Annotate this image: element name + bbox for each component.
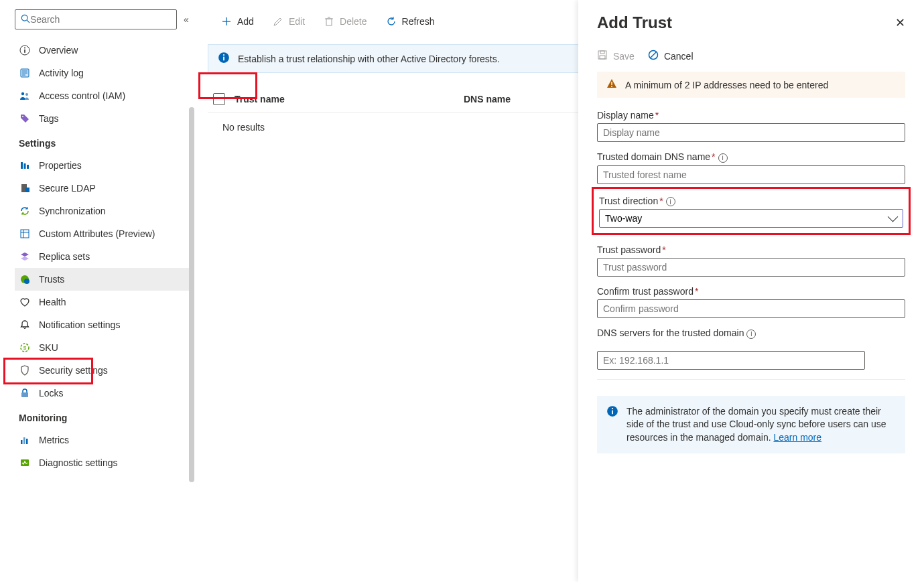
sidebar-item-label: Overview bbox=[39, 45, 78, 56]
sidebar-item-diagnostic-settings[interactable]: Diagnostic settings bbox=[15, 451, 189, 474]
panel-title: Add Trust bbox=[597, 13, 672, 32]
sidebar-item-notification-settings[interactable]: Notification settings bbox=[15, 313, 189, 336]
sidebar-item-tags[interactable]: Tags bbox=[15, 107, 189, 130]
sidebar-item-label: Locks bbox=[39, 388, 64, 398]
trust-direction-select[interactable]: Two-way bbox=[599, 209, 903, 228]
svg-rect-12 bbox=[21, 162, 23, 169]
edit-button: Edit bbox=[265, 12, 313, 31]
display-name-input[interactable] bbox=[597, 123, 905, 142]
svg-rect-42 bbox=[611, 82, 612, 85]
sidebar-item-locks[interactable]: Locks bbox=[15, 382, 189, 405]
add-label: Add bbox=[237, 16, 254, 27]
dns-name-input[interactable] bbox=[597, 165, 905, 184]
dns-servers-input[interactable] bbox=[597, 351, 865, 370]
refresh-icon bbox=[386, 16, 397, 27]
metrics-icon bbox=[19, 434, 31, 446]
svg-rect-38 bbox=[600, 51, 604, 54]
svg-point-11 bbox=[22, 116, 23, 117]
sidebar-item-custom-attributes[interactable]: Custom Attributes (Preview) bbox=[15, 222, 189, 245]
sidebar-item-label: SKU bbox=[39, 342, 58, 353]
info-icon bbox=[19, 44, 31, 56]
pencil-icon bbox=[273, 16, 283, 27]
collapse-sidebar-icon[interactable]: « bbox=[184, 14, 189, 25]
sidebar-item-security-settings[interactable]: Security settings bbox=[15, 359, 189, 382]
sidebar-item-label: Synchronization bbox=[39, 206, 106, 216]
info-icon bbox=[218, 52, 230, 66]
info-icon[interactable]: i bbox=[746, 330, 756, 339]
dns-name-label: Trusted domain DNS name*i bbox=[597, 151, 728, 163]
cancel-button[interactable]: Cancel bbox=[648, 50, 694, 62]
sidebar-item-access-control[interactable]: Access control (IAM) bbox=[15, 84, 189, 107]
cancel-label: Cancel bbox=[664, 51, 694, 62]
sidebar-item-properties[interactable]: Properties bbox=[15, 154, 189, 177]
highlight-box-direction: Trust direction*i Two-way bbox=[592, 187, 911, 236]
tag-icon bbox=[19, 113, 31, 125]
confirm-password-label: Confirm trust password* bbox=[597, 286, 698, 297]
sidebar-item-label: Trusts bbox=[39, 274, 64, 285]
sidebar-item-label: Access control (IAM) bbox=[39, 90, 125, 101]
dns-servers-label: DNS servers for the trusted domaini bbox=[597, 328, 756, 339]
plus-icon bbox=[221, 16, 232, 27]
divider bbox=[597, 379, 905, 380]
svg-rect-39 bbox=[600, 56, 605, 59]
svg-rect-26 bbox=[23, 437, 25, 444]
trust-password-input[interactable] bbox=[597, 258, 905, 277]
close-icon[interactable]: ✕ bbox=[895, 15, 905, 30]
sidebar-item-health[interactable]: Health bbox=[15, 291, 189, 313]
shield-icon bbox=[19, 364, 31, 376]
svg-rect-45 bbox=[612, 410, 613, 414]
sidebar-item-activity-log[interactable]: Activity log bbox=[15, 62, 189, 84]
sidebar-item-replica-sets[interactable]: Replica sets bbox=[15, 245, 189, 268]
svg-point-36 bbox=[223, 54, 224, 56]
sidebar-item-trusts[interactable]: Trusts bbox=[15, 268, 189, 291]
info-icon[interactable]: i bbox=[718, 153, 728, 163]
sidebar-scrollbar[interactable] bbox=[189, 107, 194, 482]
search-input[interactable] bbox=[30, 14, 171, 25]
select-all-checkbox[interactable] bbox=[213, 93, 225, 105]
trash-icon bbox=[324, 16, 334, 27]
sidebar-item-sku[interactable]: $ SKU bbox=[15, 336, 189, 359]
learn-more-link[interactable]: Learn more bbox=[773, 432, 821, 443]
trust-password-label: Trust password* bbox=[597, 244, 666, 255]
svg-line-41 bbox=[651, 52, 656, 58]
refresh-button[interactable]: Refresh bbox=[378, 12, 443, 31]
sidebar-item-metrics[interactable]: Metrics bbox=[15, 429, 189, 451]
svg-text:$: $ bbox=[23, 345, 27, 351]
replica-icon bbox=[19, 250, 31, 263]
confirm-password-input[interactable] bbox=[597, 299, 905, 318]
sidebar-item-label: Health bbox=[39, 297, 66, 307]
sidebar-search[interactable] bbox=[15, 9, 177, 29]
svg-rect-24 bbox=[21, 392, 28, 397]
save-button: Save bbox=[597, 50, 635, 62]
people-icon bbox=[19, 90, 31, 102]
svg-rect-14 bbox=[27, 165, 29, 169]
svg-point-0 bbox=[21, 15, 27, 21]
add-button[interactable]: Add bbox=[213, 12, 262, 31]
sidebar-item-label: Replica sets bbox=[39, 251, 90, 262]
sidebar-item-overview[interactable]: Overview bbox=[15, 39, 189, 62]
info-icon[interactable]: i bbox=[666, 197, 675, 206]
svg-rect-13 bbox=[24, 163, 26, 169]
column-trust-name[interactable]: Trust name bbox=[235, 94, 454, 104]
sidebar-item-label: Security settings bbox=[39, 365, 108, 376]
warning-icon bbox=[606, 78, 617, 91]
sync-icon bbox=[19, 205, 31, 217]
svg-point-4 bbox=[24, 48, 25, 49]
svg-point-10 bbox=[25, 93, 28, 96]
svg-line-1 bbox=[27, 20, 29, 23]
sidebar-item-label: Properties bbox=[39, 160, 82, 171]
log-icon bbox=[19, 67, 31, 79]
health-icon bbox=[19, 296, 31, 308]
sidebar-item-label: Metrics bbox=[39, 435, 69, 445]
delete-button: Delete bbox=[316, 12, 375, 31]
sidebar-item-secure-ldap[interactable]: Secure LDAP bbox=[15, 177, 189, 200]
lock-icon bbox=[19, 387, 31, 399]
trust-icon bbox=[19, 273, 31, 285]
bell-icon bbox=[19, 319, 31, 331]
sidebar-item-synchronization[interactable]: Synchronization bbox=[15, 200, 189, 222]
delete-label: Delete bbox=[340, 16, 367, 27]
refresh-label: Refresh bbox=[402, 16, 435, 27]
save-icon bbox=[597, 50, 608, 62]
trust-direction-label: Trust direction*i bbox=[599, 196, 675, 207]
info-icon bbox=[606, 405, 618, 445]
